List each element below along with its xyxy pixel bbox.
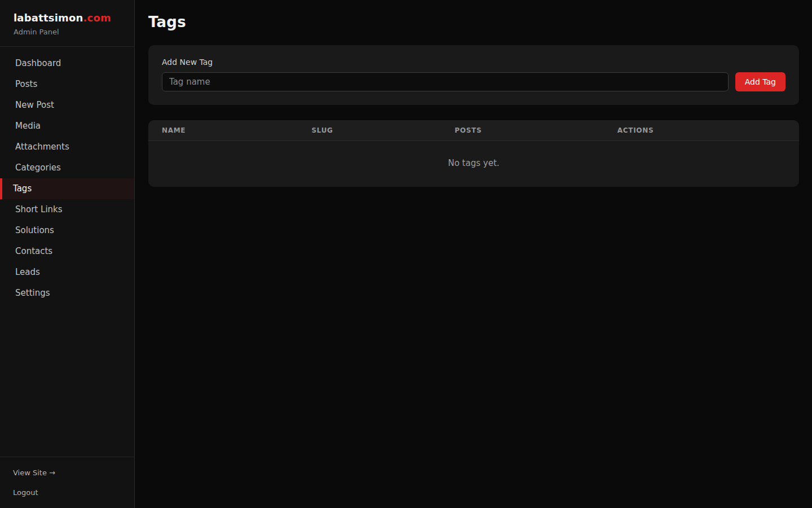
sidebar: labattsimon.com Admin Panel Dashboard Po…	[0, 0, 135, 508]
column-header-actions: ACTIONS	[604, 126, 799, 134]
add-new-tag-label: Add New Tag	[162, 58, 785, 67]
column-header-slug: SLUG	[298, 126, 441, 134]
sidebar-header: labattsimon.com Admin Panel	[0, 0, 134, 47]
sidebar-item-tags[interactable]: Tags	[0, 178, 134, 199]
column-header-name: NAME	[148, 126, 298, 134]
sidebar-item-short-links[interactable]: Short Links	[0, 199, 134, 220]
sidebar-item-leads[interactable]: Leads	[0, 262, 134, 283]
sidebar-item-contacts[interactable]: Contacts	[0, 241, 134, 262]
sidebar-item-dashboard[interactable]: Dashboard	[0, 53, 134, 74]
view-site-link[interactable]: View Site→	[13, 468, 121, 477]
column-header-posts: POSTS	[441, 126, 604, 134]
tags-table: NAME SLUG POSTS ACTIONS No tags yet.	[148, 120, 799, 187]
admin-panel-subtitle: Admin Panel	[14, 28, 121, 36]
sidebar-item-posts[interactable]: Posts	[0, 74, 134, 95]
table-header-row: NAME SLUG POSTS ACTIONS	[148, 120, 799, 141]
main-content: Tags Add New Tag Add Tag NAME SLUG POSTS…	[135, 0, 812, 508]
sidebar-footer: View Site→ Logout	[0, 457, 134, 508]
site-logo-name: labattsimon	[14, 12, 83, 24]
sidebar-item-categories[interactable]: Categories	[0, 157, 134, 178]
logout-link[interactable]: Logout	[13, 488, 121, 497]
site-logo-tld: .com	[83, 12, 111, 24]
add-tag-card: Add New Tag Add Tag	[148, 45, 799, 105]
add-tag-form: Add Tag	[162, 72, 785, 91]
sidebar-item-settings[interactable]: Settings	[0, 283, 134, 304]
sidebar-item-attachments[interactable]: Attachments	[0, 137, 134, 157]
page-title: Tags	[148, 14, 799, 30]
sidebar-item-media[interactable]: Media	[0, 116, 134, 137]
sidebar-item-solutions[interactable]: Solutions	[0, 220, 134, 241]
sidebar-nav: Dashboard Posts New Post Media Attachmen…	[0, 47, 134, 457]
sidebar-item-new-post[interactable]: New Post	[0, 95, 134, 116]
add-tag-button[interactable]: Add Tag	[735, 72, 785, 91]
empty-state-message: No tags yet.	[148, 141, 799, 187]
arrow-right-icon: →	[49, 468, 55, 477]
view-site-label: View Site	[13, 468, 47, 477]
tag-name-input[interactable]	[162, 72, 729, 91]
site-logo: labattsimon.com	[14, 12, 121, 24]
